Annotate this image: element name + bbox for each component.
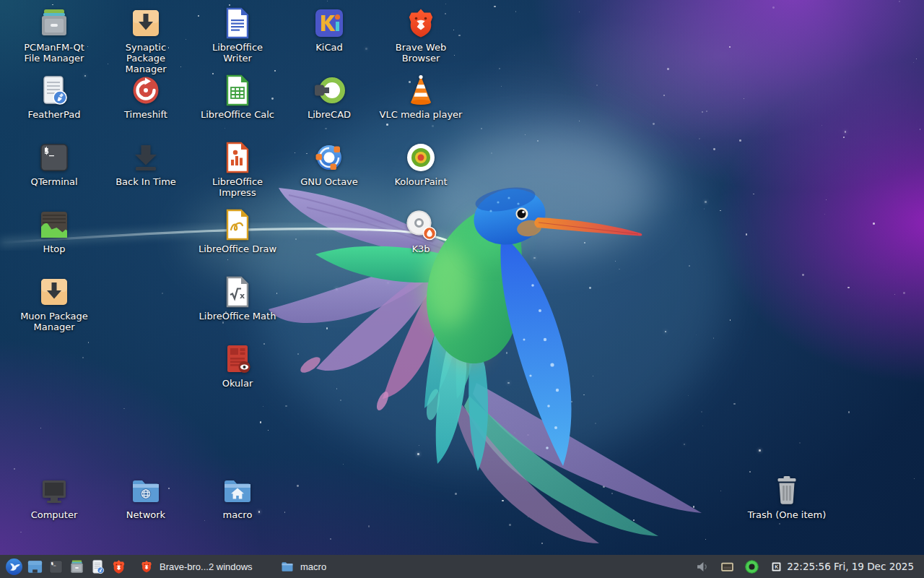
folder-home-icon [220, 473, 255, 508]
desktop-icon-k3b[interactable]: K3b [375, 207, 467, 255]
tray-volume-icon[interactable] [694, 558, 711, 575]
pcmanfm-icon [69, 558, 85, 575]
icon-label: PCManFM-Qt File Manager [24, 43, 84, 64]
taskbar-clock[interactable]: 22:25:56 Fri, 19 Dec 2025 [785, 561, 920, 572]
icon-label: LibreOffice Draw [199, 244, 276, 255]
okular-icon [220, 342, 255, 376]
qterminal-icon [48, 558, 64, 575]
lubuntu-menu-icon [5, 558, 23, 576]
kolourpaint-icon [404, 140, 438, 175]
desktop-icon-kicad[interactable]: KiCad [283, 6, 375, 53]
desktop-icon-okular[interactable]: Okular [191, 342, 284, 389]
taskbar-launch-featherpad-button[interactable] [87, 556, 108, 577]
desktop-icon-libreoffice-writer[interactable]: LibreOffice Writer [191, 6, 284, 64]
k3b-icon [404, 207, 438, 242]
icon-label: Computer [31, 510, 78, 521]
desktop-icon-muon-package-manager[interactable]: Muon Package Manager [8, 275, 100, 333]
icon-label: Synaptic Package Manager [126, 43, 167, 74]
desktop-icon-trash[interactable]: Trash (One item) [741, 473, 833, 521]
desktop-icon-kolourpaint[interactable]: KolourPaint [375, 140, 467, 188]
desktop-icon-network[interactable]: Network [100, 473, 192, 521]
icon-label: Trash (One item) [748, 510, 827, 521]
vlc-icon [404, 73, 438, 108]
desktop-icon-librecad[interactable]: LibreCAD [283, 73, 375, 121]
folder-network-icon [128, 473, 163, 508]
desktop-icon-vlc-media-player[interactable]: VLC media player [375, 73, 467, 121]
loimpress-icon [220, 140, 255, 175]
desktop-icon-libreoffice-impress[interactable]: LibreOffice Impress [191, 140, 284, 199]
taskbar-launch-qterminal-button[interactable] [45, 556, 66, 577]
taskbar-launch-file-manager-button[interactable] [66, 556, 87, 577]
keyboard-k-icon [771, 561, 782, 572]
icon-label: macro [223, 510, 253, 521]
brave-icon [139, 559, 154, 574]
desktop-icon-libreoffice-draw[interactable]: LibreOffice Draw [191, 207, 284, 255]
taskbar-show-desktop-button[interactable] [25, 556, 45, 577]
icon-label: Network [126, 510, 165, 521]
system-tray [694, 558, 785, 575]
backintime-icon [128, 140, 163, 175]
desktop[interactable]: PCManFM-Qt File Manager Synaptic Package… [0, 0, 924, 555]
desktop-icon-pcmanfm-file-manager[interactable]: PCManFM-Qt File Manager [8, 6, 100, 64]
taskbar-application-menu-button[interactable] [4, 556, 25, 577]
window-title: Brave-bro...2 windows [160, 561, 253, 572]
icon-label: KolourPaint [394, 177, 447, 188]
icon-label: FeatherPad [28, 110, 81, 121]
htop-icon [37, 207, 71, 242]
lomath-icon [220, 275, 255, 309]
window-title: macro [300, 561, 326, 572]
librecad-icon [312, 73, 346, 108]
desktop-icon-libreoffice-calc[interactable]: LibreOffice Calc [191, 73, 284, 121]
pcmanfm-icon [37, 6, 71, 40]
icon-label: Okular [222, 379, 253, 389]
desktop-icon-gnu-octave[interactable]: GNU Octave [283, 140, 375, 188]
icon-label: LibreOffice Impress [212, 177, 263, 199]
icon-label: Htop [43, 244, 65, 255]
icon-label: KiCad [315, 43, 342, 53]
qterminal-icon [37, 140, 71, 175]
lodraw-icon [220, 207, 255, 242]
brave-icon [110, 558, 127, 575]
icon-label: LibreCAD [308, 110, 351, 121]
desktop-icon-qterminal[interactable]: QTerminal [8, 140, 100, 188]
kicad-icon [312, 6, 346, 40]
taskbar-window-brave-button[interactable]: Brave-bro...2 windows [134, 556, 270, 577]
taskbar: Brave-bro...2 windows macro 22:25:56 Fri… [0, 555, 924, 578]
show-desktop-icon [27, 558, 43, 575]
volume-muted-icon [695, 559, 710, 574]
taskbar-window-macro-button[interactable]: macro [275, 556, 411, 577]
octave-icon [312, 140, 346, 175]
tray-recorder-icon[interactable] [743, 558, 760, 575]
lowriter-icon [220, 6, 255, 40]
package-icon [128, 6, 163, 40]
package-icon [37, 275, 71, 309]
desktop-icon-htop[interactable]: Htop [8, 207, 100, 255]
recorder-icon [744, 559, 759, 574]
computer-icon [37, 473, 71, 508]
desktop-icon-computer[interactable]: Computer [8, 473, 100, 521]
desktop-icon-macro-folder[interactable]: macro [191, 473, 284, 521]
desktop-icon-libreoffice-math[interactable]: LibreOffice Math [191, 275, 284, 322]
icon-label: LibreOffice Math [199, 311, 276, 322]
icon-label: Timeshift [124, 110, 167, 121]
desktop-icon-timeshift[interactable]: Timeshift [100, 73, 192, 121]
icon-label: QTerminal [30, 177, 77, 188]
desktop-icon-synaptic-package-manager[interactable]: Synaptic Package Manager [100, 6, 192, 74]
tray-keyboard-indicator-icon[interactable] [767, 558, 785, 575]
folder-plain-icon [280, 559, 295, 574]
desktop-icon-featherpad[interactable]: FeatherPad [8, 73, 100, 121]
icon-label: VLC media player [380, 110, 463, 121]
icon-label: Back In Time [116, 177, 176, 188]
tray-display-icon[interactable] [718, 558, 736, 575]
display-icon [720, 559, 735, 574]
desktop-icon-back-in-time[interactable]: Back In Time [100, 140, 192, 188]
localc-icon [220, 73, 255, 108]
featherpad-icon [90, 558, 106, 575]
icon-label: K3b [411, 244, 430, 255]
desktop-icon-brave-web-browser[interactable]: Brave Web Browser [375, 6, 467, 64]
timeshift-icon [128, 73, 163, 108]
icon-label: GNU Octave [300, 177, 358, 188]
taskbar-launch-brave-button[interactable] [108, 556, 129, 577]
featherpad-icon [37, 73, 71, 108]
trash-icon [770, 473, 804, 508]
